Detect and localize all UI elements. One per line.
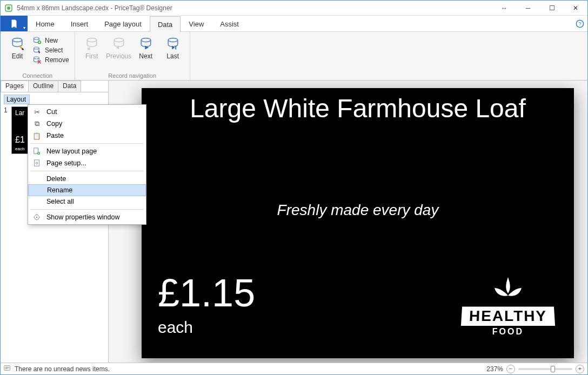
logo-subtext: FOOD: [462, 327, 554, 337]
zoom-value: 237%: [486, 365, 503, 373]
svg-point-8: [34, 57, 39, 59]
canvas-logo[interactable]: HEALTHY FOOD: [462, 277, 554, 337]
cm-delete[interactable]: Delete: [28, 173, 146, 185]
side-tabs: Pages Outline Data: [1, 81, 108, 92]
previous-button[interactable]: Previous: [108, 34, 130, 60]
svg-rect-15: [35, 160, 39, 166]
svg-point-5: [34, 37, 39, 39]
maximize-button[interactable]: ☐: [540, 1, 564, 16]
menu-data[interactable]: Data: [150, 16, 181, 32]
svg-point-9: [87, 38, 97, 42]
cm-select-all[interactable]: Select all: [28, 196, 146, 207]
menu-assist[interactable]: Assist: [212, 16, 247, 31]
resize-icon: ↔: [492, 4, 516, 12]
cm-separator: [30, 209, 144, 210]
svg-point-10: [114, 38, 124, 42]
help-icon[interactable]: ?: [572, 16, 587, 31]
page-setup-icon: [31, 159, 42, 168]
file-tab[interactable]: ▾: [1, 16, 28, 31]
cm-page-setup[interactable]: Page setup...: [28, 157, 146, 169]
canvas-each[interactable]: each: [158, 318, 193, 337]
svg-rect-1: [7, 6, 10, 9]
ribbon-group-navigation-label: Record navigation: [81, 72, 184, 79]
remove-button[interactable]: Remove: [33, 56, 69, 64]
zoom-in-button[interactable]: +: [576, 365, 584, 373]
layout-heading[interactable]: Layout: [4, 95, 30, 104]
svg-point-7: [34, 47, 39, 49]
cm-new-layout-page[interactable]: New layout page: [28, 145, 146, 157]
properties-icon: [31, 213, 42, 222]
leaf-icon: [478, 277, 538, 303]
edit-button[interactable]: Edit: [6, 34, 29, 60]
zoom-out-button[interactable]: −: [506, 365, 515, 373]
canvas-subtitle[interactable]: Freshly made every day: [142, 202, 574, 219]
status-news: There are no unread news items.: [15, 365, 110, 373]
status-bar: There are no unread news items. 237% − +: [1, 363, 587, 374]
cm-rename[interactable]: Rename: [28, 184, 146, 196]
first-button[interactable]: First: [81, 34, 103, 60]
svg-point-12: [168, 38, 178, 42]
tab-pages[interactable]: Pages: [1, 81, 29, 92]
cm-copy[interactable]: ⧉ Copy: [28, 118, 146, 130]
context-menu: ✂ Cut ⧉ Copy 📋 Paste New layout page Pag…: [28, 104, 146, 225]
title-bar: 54mm x 86mm Landscape.cedx - PriceTag® D…: [1, 1, 587, 16]
ribbon: Edit New Select Remove: [1, 32, 587, 81]
canvas-area[interactable]: Large White Farmhouse Loaf Freshly made …: [109, 81, 587, 363]
cm-paste[interactable]: 📋 Paste: [28, 130, 146, 142]
minimize-button[interactable]: ─: [516, 1, 540, 16]
app-window: 54mm x 86mm Landscape.cedx - PriceTag® D…: [0, 0, 588, 375]
zoom-slider-thumb[interactable]: [551, 366, 555, 372]
cm-separator: [30, 171, 144, 171]
cm-cut[interactable]: ✂ Cut: [28, 106, 146, 118]
logo-band: HEALTHY: [461, 306, 555, 326]
last-button[interactable]: Last: [162, 34, 184, 60]
window-title: 54mm x 86mm Landscape.cedx - PriceTag® D…: [17, 4, 172, 12]
new-page-icon: [31, 147, 42, 156]
paste-icon: 📋: [31, 131, 42, 140]
ribbon-group-connection: Edit New Select Remove: [1, 32, 75, 80]
svg-point-11: [141, 38, 151, 42]
cm-separator: [30, 143, 144, 144]
design-canvas[interactable]: Large White Farmhouse Loaf Freshly made …: [142, 88, 574, 358]
ribbon-group-connection-label: Connection: [6, 72, 69, 79]
copy-icon: ⧉: [31, 119, 42, 128]
scissors-icon: ✂: [31, 108, 42, 116]
tab-outline[interactable]: Outline: [28, 81, 58, 92]
next-button[interactable]: Next: [135, 34, 157, 60]
menu-bar: ▾ Home Insert Page layout Data View Assi…: [1, 16, 587, 32]
ribbon-group-navigation: First Previous Next Last Record navigati…: [75, 32, 190, 80]
svg-text:?: ?: [578, 21, 581, 26]
select-button[interactable]: Select: [33, 46, 69, 55]
canvas-price[interactable]: £1.15: [158, 271, 255, 315]
cm-show-properties[interactable]: Show properties window: [28, 211, 146, 223]
canvas-title[interactable]: Large White Farmhouse Loaf: [142, 93, 574, 123]
close-button[interactable]: ✕: [564, 1, 587, 16]
svg-point-16: [36, 162, 38, 164]
menu-view[interactable]: View: [181, 16, 212, 31]
menu-home[interactable]: Home: [28, 16, 63, 31]
zoom-slider[interactable]: [518, 368, 572, 370]
new-button[interactable]: New: [33, 36, 69, 45]
tab-data[interactable]: Data: [58, 81, 81, 92]
svg-point-18: [36, 217, 38, 218]
svg-point-4: [12, 38, 22, 42]
news-icon[interactable]: [4, 364, 11, 373]
app-icon: [4, 3, 14, 13]
menu-insert[interactable]: Insert: [63, 16, 97, 31]
page-number: 1: [4, 106, 9, 114]
menu-page-layout[interactable]: Page layout: [96, 16, 150, 31]
